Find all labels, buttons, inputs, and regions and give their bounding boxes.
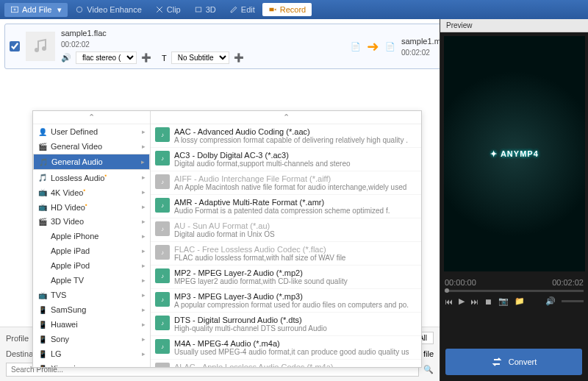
edit-button[interactable]: Edit xyxy=(223,3,261,16)
format-item[interactable]: ♪AMR - Adaptive Multi-Rate Format (*.amr… xyxy=(151,195,421,218)
svg-point-1 xyxy=(77,7,83,13)
audio-track-select[interactable]: flac stereo ( xyxy=(76,51,137,64)
format-item[interactable]: ♪AU - Sun AU Format (*.au)Digital audio … xyxy=(151,218,421,242)
stop-button[interactable]: ⏹ xyxy=(484,297,492,306)
format-dropdown: ⌃ 👤User Defined▸🎬General Video▸🎵General … xyxy=(32,110,422,368)
format-item[interactable]: ♪M4A - MPEG-4 Audio (*.m4a)Usually used … xyxy=(151,336,421,360)
main-toolbar: Add File▾ Video Enhance Clip 3D Edit Rec… xyxy=(0,0,588,19)
format-item[interactable]: ♪MP2 - MPEG Layer-2 Audio (*.mp2)MPEG la… xyxy=(151,266,421,289)
play-button[interactable]: ▶ xyxy=(459,296,465,306)
category-item[interactable]: 📺HD Video▪▸ xyxy=(33,199,150,214)
format-item[interactable]: ♪FLAC - Free Lossless Audio Codec (*.fla… xyxy=(151,242,421,266)
category-item[interactable]: Apple iPod▸ xyxy=(33,258,150,273)
category-item[interactable]: 📱Sony▸ xyxy=(33,332,150,346)
scroll-up-button[interactable]: ⌃ xyxy=(33,111,150,124)
volume-icon[interactable]: 🔊 xyxy=(545,296,556,306)
snapshot-button[interactable]: 📷 xyxy=(498,296,509,306)
category-item[interactable]: 📺TVS▸ xyxy=(33,288,150,302)
format-list[interactable]: ⌃ ♪AAC - Advanced Audio Coding (*.aac)A … xyxy=(151,111,421,367)
category-item[interactable]: 📱Huawei▸ xyxy=(33,317,150,332)
subtitle-select[interactable]: No Subtitle xyxy=(171,51,229,64)
svg-point-4 xyxy=(35,48,39,52)
category-item[interactable]: Apple iPhone▸ xyxy=(33,229,150,243)
category-item[interactable]: 🎬General Video▸ xyxy=(33,139,150,154)
format-item[interactable]: ♪AC3 - Dolby Digital AC-3 (*.ac3)Digital… xyxy=(151,148,421,171)
category-item[interactable]: 👤User Defined▸ xyxy=(33,124,150,139)
source-format-icon: 📄 xyxy=(351,42,361,51)
preview-time-total: 00:02:02 xyxy=(552,278,584,287)
scroll-up-button[interactable]: ⌃ xyxy=(151,111,421,124)
source-duration: 00:02:02 xyxy=(61,40,345,49)
dest-format-icon: 📄 xyxy=(385,42,395,51)
category-item[interactable]: 📱SamSung▸ xyxy=(33,302,150,317)
preview-seek-slider[interactable] xyxy=(445,290,584,292)
svg-rect-2 xyxy=(196,7,201,12)
next-button[interactable]: ⏭ xyxy=(470,297,478,306)
prev-button[interactable]: ⏮ xyxy=(445,297,453,306)
record-button[interactable]: Record xyxy=(262,3,312,16)
preview-time-current: 00:00:00 xyxy=(445,278,476,287)
preview-panel: Preview ✦ ANYMP4 00:00:0000:02:02 ⏮ ▶ ⏭ … xyxy=(440,19,588,381)
preview-title: Preview xyxy=(440,19,588,32)
category-item[interactable]: 📱Xiaomi▸ xyxy=(33,361,150,367)
add-audio-icon[interactable]: ➕ xyxy=(141,53,151,63)
format-item[interactable]: ♪ALAC - Apple Lossless Audio Codec (*.m4… xyxy=(151,360,421,367)
source-file-name: sample1.flac xyxy=(61,29,345,38)
arrow-icon: ➜ xyxy=(367,38,379,55)
svg-point-5 xyxy=(42,46,46,51)
preview-logo: ✦ ANYMP4 xyxy=(490,149,539,159)
audio-thumbnail xyxy=(26,32,55,61)
category-item[interactable]: 🎵General Audio▸ xyxy=(33,154,150,170)
category-item[interactable]: Apple iPad▸ xyxy=(33,243,150,258)
format-item[interactable]: ♪DTS - Digital Surround Audio (*.dts)Hig… xyxy=(151,313,421,336)
subtitle-icon: T xyxy=(162,54,167,63)
3d-button[interactable]: 3D xyxy=(188,3,222,16)
add-subtitle-icon[interactable]: ➕ xyxy=(234,53,244,63)
format-item[interactable]: ♪MP3 - MPEG Layer-3 Audio (*.mp3)A popul… xyxy=(151,289,421,313)
audio-icon: 🔊 xyxy=(61,53,71,63)
format-item[interactable]: ♪AAC - Advanced Audio Coding (*.aac)A lo… xyxy=(151,124,421,148)
search-icon[interactable]: 🔍 xyxy=(423,365,434,374)
category-list[interactable]: ⌃ 👤User Defined▸🎬General Video▸🎵General … xyxy=(33,111,151,367)
svg-rect-3 xyxy=(269,8,273,12)
add-file-button[interactable]: Add File▾ xyxy=(4,3,68,17)
volume-slider[interactable] xyxy=(562,300,584,302)
category-item[interactable]: 📱LG▸ xyxy=(33,346,150,361)
folder-button[interactable]: 📁 xyxy=(514,296,525,306)
category-item[interactable]: 📺4K Video▪▸ xyxy=(33,185,150,199)
clip-button[interactable]: Clip xyxy=(149,3,187,16)
category-item[interactable]: 🎬3D Video▸ xyxy=(33,214,150,229)
video-enhance-button[interactable]: Video Enhance xyxy=(69,3,147,16)
category-item[interactable]: Apple TV▸ xyxy=(33,273,150,288)
file-checkbox[interactable] xyxy=(10,41,20,51)
convert-button[interactable]: Convert xyxy=(445,349,582,375)
format-item[interactable]: ♪AIFF - Audio Interchange File Format (*… xyxy=(151,171,421,195)
category-item[interactable]: 🎵Lossless Audio▪▸ xyxy=(33,170,150,185)
preview-video[interactable]: ✦ ANYMP4 xyxy=(444,36,585,271)
